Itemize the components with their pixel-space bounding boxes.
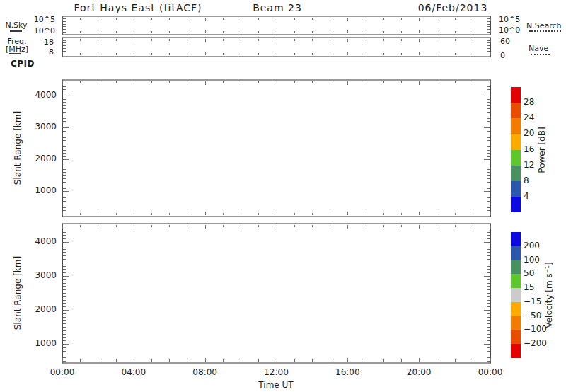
y-tick	[63, 323, 66, 324]
y-tick	[487, 232, 490, 233]
x-tick-label: 08:00	[184, 367, 226, 378]
x-tick-label: 04:00	[112, 367, 155, 378]
y-tick	[63, 303, 66, 304]
y-tick	[63, 108, 66, 109]
x-tick	[205, 358, 206, 362]
x-tick	[241, 39, 241, 41]
colorbar-segment	[511, 118, 521, 134]
y-tick	[63, 334, 66, 335]
y-tick	[63, 238, 66, 239]
y-tick	[63, 93, 66, 93]
x-tick	[80, 53, 81, 55]
x-tick	[169, 53, 170, 55]
x-tick	[98, 53, 98, 55]
y-tick	[63, 105, 66, 106]
x-tick	[187, 18, 187, 20]
y-tick	[63, 195, 66, 195]
x-tick	[383, 225, 384, 227]
power-yaxis-title: Slant Range [km]	[13, 111, 23, 185]
y-tick	[487, 300, 490, 301]
x-tick	[258, 31, 259, 33]
x-tick	[455, 18, 456, 20]
power-y-tick-label: 4000	[25, 90, 57, 100]
x-tick	[98, 18, 98, 20]
x-tick	[205, 18, 206, 21]
x-tick	[383, 213, 384, 215]
y-tick	[63, 263, 66, 263]
y-tick	[63, 21, 66, 22]
x-tick	[347, 30, 348, 33]
power-colorbar-tick-label: 16	[524, 144, 534, 155]
x-tick	[205, 212, 206, 215]
y-tick	[63, 289, 66, 290]
x-tick	[366, 213, 366, 215]
y-tick	[63, 296, 66, 297]
x-tick	[401, 31, 402, 33]
x-tick	[223, 359, 224, 362]
x-tick	[473, 81, 473, 83]
velocity-y-tick-label: 2000	[25, 304, 57, 315]
y-tick	[487, 201, 490, 202]
colorbar-segment	[511, 232, 521, 246]
x-tick	[473, 53, 473, 55]
y-tick	[63, 182, 66, 183]
y-tick	[484, 191, 490, 192]
nsky-linestyle-key	[10, 30, 22, 32]
x-tick	[134, 358, 134, 362]
y-tick	[63, 118, 66, 119]
x-tick	[258, 53, 259, 55]
x-tick	[277, 30, 277, 33]
y-tick	[63, 229, 66, 229]
x-tick	[366, 31, 366, 33]
x-tick	[241, 213, 241, 215]
velocity-colorbar	[511, 232, 521, 358]
x-tick	[205, 81, 206, 85]
x-tick	[187, 39, 187, 41]
velocity-colorbar-tick-label: 200	[524, 241, 540, 251]
x-tick	[437, 53, 437, 55]
power-y-tick-label: 3000	[25, 122, 57, 132]
y-tick	[487, 146, 490, 147]
power-colorbar-tick-label: 28	[524, 97, 534, 108]
x-tick	[169, 18, 170, 20]
x-tick	[437, 81, 437, 83]
x-tick	[223, 53, 224, 55]
y-tick	[63, 188, 66, 189]
x-tick	[473, 39, 473, 41]
x-tick	[223, 225, 224, 227]
y-tick	[63, 317, 66, 318]
power-panel	[62, 79, 491, 217]
x-tick	[98, 359, 98, 362]
x-tick	[98, 213, 98, 215]
x-tick	[205, 30, 206, 33]
x-tick	[277, 358, 277, 362]
x-tick	[401, 39, 402, 41]
power-y-tick-label: 2000	[25, 154, 57, 164]
x-tick	[366, 359, 366, 362]
nave-ytick-top: 60	[500, 37, 510, 46]
x-tick	[98, 39, 98, 41]
x-tick	[366, 53, 366, 55]
x-tick	[169, 81, 170, 83]
y-tick	[487, 337, 490, 338]
y-tick	[487, 197, 490, 198]
x-tick	[473, 31, 473, 33]
x-tick	[80, 39, 81, 41]
x-tick	[294, 213, 295, 215]
nsky-ytick-bottom: 10^0	[28, 26, 55, 35]
y-tick	[487, 334, 490, 335]
x-tick	[330, 31, 330, 33]
y-tick	[63, 166, 66, 166]
x-tick	[187, 225, 187, 227]
y-tick	[487, 140, 490, 141]
y-tick	[487, 289, 490, 290]
x-tick	[187, 213, 187, 215]
x-tick	[187, 31, 187, 33]
x-tick	[490, 81, 491, 85]
x-tick	[151, 31, 152, 33]
y-tick	[484, 96, 490, 96]
x-tick	[80, 359, 81, 362]
y-tick	[487, 134, 490, 134]
x-tick	[455, 81, 456, 83]
y-tick	[487, 293, 490, 294]
